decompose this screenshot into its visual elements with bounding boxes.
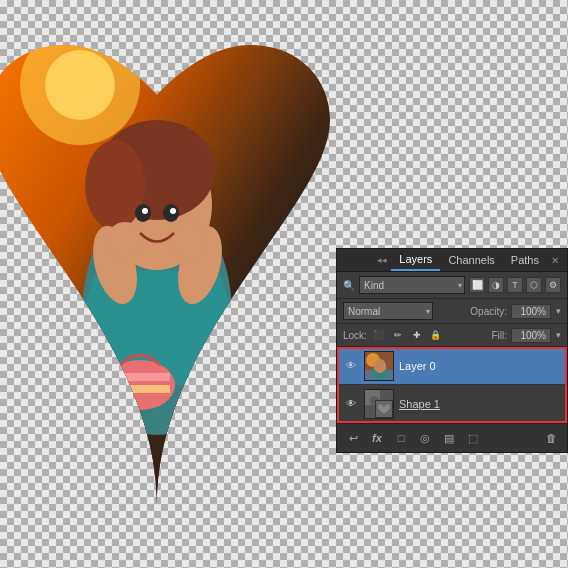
svg-rect-18	[110, 385, 170, 393]
panel-tabs: ◂◂ Layers Channels Paths ✕	[337, 249, 567, 272]
filter-shape-icon[interactable]: ⬡	[526, 277, 542, 293]
opacity-value[interactable]: 100%	[511, 304, 551, 319]
kind-select[interactable]: Kind	[359, 276, 465, 294]
svg-point-15	[170, 208, 176, 214]
fill-label: Fill:	[491, 330, 507, 341]
fill-arrow-icon: ▾	[556, 330, 561, 340]
lock-row: Lock: ⬛ ✏ ✚ 🔒 Fill: 100% ▾	[337, 324, 567, 347]
layer-visibility-icon-layer0[interactable]: 👁	[343, 358, 359, 374]
svg-point-11	[172, 222, 208, 258]
new-layer-icon[interactable]: ⬚	[463, 428, 483, 448]
delete-layer-icon[interactable]: 🗑	[541, 428, 561, 448]
filter-adj-icon[interactable]: ◑	[488, 277, 504, 293]
blend-row: Normal Opacity: 100% ▾	[337, 299, 567, 324]
lock-paint-icon[interactable]: ✏	[390, 327, 406, 343]
tab-channels[interactable]: Channels	[440, 250, 502, 270]
fill-value[interactable]: 100%	[511, 328, 551, 343]
filter-type-icon[interactable]: T	[507, 277, 523, 293]
filter-smart-icon[interactable]: ⚙	[545, 277, 561, 293]
heart-shape	[0, 5, 330, 560]
lock-icons: ⬛ ✏ ✚ 🔒	[371, 327, 444, 343]
layer-name-shape1: Shape 1	[399, 398, 561, 410]
adjustment-icon[interactable]: ◎	[415, 428, 435, 448]
layer-thumbnail-layer0	[364, 351, 394, 381]
layer-mask-thumb-shape1	[375, 400, 393, 418]
panel-expand-icon[interactable]: ◂◂	[373, 251, 391, 269]
layer-visibility-icon-shape1[interactable]: 👁	[343, 396, 359, 412]
layers-list: 👁 Layer 0 👁	[337, 347, 567, 423]
filter-icons: ⬜ ◑ T ⬡ ⚙	[469, 277, 561, 293]
layer-thumbnail-shape1	[364, 389, 394, 419]
filter-pixel-icon[interactable]: ⬜	[469, 277, 485, 293]
layer-name-layer0: Layer 0	[399, 360, 561, 372]
svg-point-2	[45, 50, 115, 120]
panel-close-icon[interactable]: ✕	[547, 251, 563, 270]
blend-mode-select[interactable]: Normal	[343, 302, 433, 320]
fx-icon[interactable]: fx	[367, 428, 387, 448]
tab-paths[interactable]: Paths	[503, 250, 547, 270]
lock-all-icon[interactable]: 🔒	[428, 327, 444, 343]
add-mask-icon[interactable]: □	[391, 428, 411, 448]
svg-point-10	[107, 222, 143, 258]
layer-row-layer0[interactable]: 👁 Layer 0	[337, 347, 567, 385]
panel-toolbar: ↩ fx □ ◎ ▤ ⬚ 🗑	[337, 423, 567, 452]
opacity-label: Opacity:	[470, 306, 507, 317]
lock-transparency-icon[interactable]: ⬛	[371, 327, 387, 343]
group-icon[interactable]: ▤	[439, 428, 459, 448]
svg-point-23	[374, 359, 386, 373]
lock-label: Lock:	[343, 330, 367, 341]
layers-list-container: 👁 Layer 0 👁	[337, 347, 567, 423]
opacity-arrow-icon: ▾	[556, 306, 561, 316]
kind-select-wrapper: Kind	[359, 276, 465, 294]
svg-point-14	[142, 208, 148, 214]
blend-select-wrapper: Normal	[343, 302, 433, 320]
tab-layers[interactable]: Layers	[391, 249, 440, 271]
layers-panel: ◂◂ Layers Channels Paths ✕ 🔍 Kind ⬜ ◑ T …	[336, 248, 568, 453]
lock-position-icon[interactable]: ✚	[409, 327, 425, 343]
layer-row-shape1[interactable]: 👁	[337, 385, 567, 423]
search-icon: 🔍	[343, 280, 355, 291]
svg-rect-17	[110, 373, 170, 381]
link-layers-icon[interactable]: ↩	[343, 428, 363, 448]
filter-row: 🔍 Kind ⬜ ◑ T ⬡ ⚙	[337, 272, 567, 299]
